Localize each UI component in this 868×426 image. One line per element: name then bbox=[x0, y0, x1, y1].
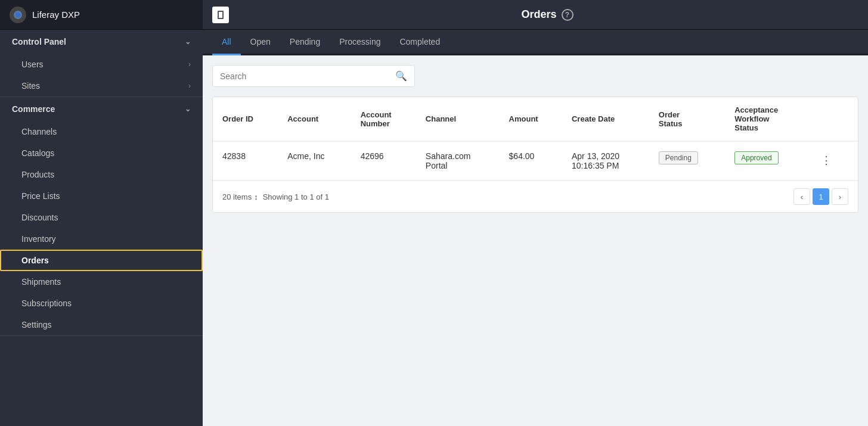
col-channel: Channel bbox=[416, 97, 500, 141]
toggle-icon bbox=[218, 11, 224, 19]
tab-pending[interactable]: Pending bbox=[280, 30, 330, 55]
tab-completed[interactable]: Completed bbox=[390, 30, 450, 55]
table-body: 42838 Acme, Inc 42696 Sahara.comPortal $… bbox=[213, 141, 858, 181]
sidebar-item-catalogs[interactable]: Catalogs bbox=[0, 142, 203, 164]
sidebar-item-channels[interactable]: Channels bbox=[0, 121, 203, 142]
pagination-controls: ‹ 1 › bbox=[793, 188, 848, 205]
page-title: Orders ? bbox=[521, 8, 573, 21]
next-page-button[interactable]: › bbox=[832, 188, 848, 205]
sidebar-item-subscriptions[interactable]: Subscriptions bbox=[0, 293, 203, 314]
sidebar-nav: Control Panel ⌄ Users › Sites › Commerce… bbox=[0, 30, 203, 426]
control-panel-header[interactable]: Control Panel ⌄ bbox=[0, 30, 203, 54]
order-status-badge: Pending bbox=[659, 151, 698, 164]
sidebar-item-discounts[interactable]: Discounts bbox=[0, 207, 203, 228]
items-sort-icon: ↕ bbox=[254, 192, 258, 201]
page-title-text: Orders bbox=[521, 8, 556, 21]
col-amount: Amount bbox=[500, 97, 562, 141]
pagination-bar: 20 items ↕ Showing 1 to 1 of 1 ‹ 1 › bbox=[213, 181, 858, 212]
control-panel-label: Control Panel bbox=[12, 37, 66, 46]
sidebar-item-price-lists[interactable]: Price Lists bbox=[0, 185, 203, 207]
search-icon: 🔍 bbox=[395, 70, 407, 82]
cell-workflow-status: Approved bbox=[725, 141, 807, 181]
content-area: 🔍 Order ID Account AccountNumber Channel… bbox=[203, 55, 868, 426]
cell-account: Acme, Inc bbox=[278, 141, 351, 181]
chevron-right-icon: › bbox=[188, 82, 191, 90]
main-content: Orders ? All Open Pending Processing Com… bbox=[203, 0, 868, 426]
sidebar-item-label: Discounts bbox=[21, 213, 58, 222]
items-count: 20 items bbox=[222, 192, 252, 201]
col-actions bbox=[807, 97, 858, 141]
cell-channel: Sahara.comPortal bbox=[416, 141, 500, 181]
chevron-down-icon: ⌄ bbox=[185, 38, 191, 46]
sidebar-item-label: Shipments bbox=[21, 277, 61, 287]
table-header: Order ID Account AccountNumber Channel A… bbox=[213, 97, 858, 141]
sidebar-item-label: Sites bbox=[21, 81, 40, 91]
sidebar-item-label: Products bbox=[21, 170, 54, 179]
table-row: 42838 Acme, Inc 42696 Sahara.comPortal $… bbox=[213, 141, 858, 181]
showing-text: Showing 1 to 1 of 1 bbox=[263, 192, 329, 201]
chevron-down-icon: ⌄ bbox=[185, 105, 191, 113]
search-bar: 🔍 bbox=[212, 65, 415, 87]
col-account: Account bbox=[278, 97, 351, 141]
tab-all[interactable]: All bbox=[212, 30, 241, 55]
items-per-page-selector[interactable]: 20 items ↕ bbox=[222, 192, 258, 201]
help-icon[interactable]: ? bbox=[562, 9, 574, 21]
sidebar-item-label: Subscriptions bbox=[21, 298, 72, 308]
col-create-date: Create Date bbox=[562, 97, 649, 141]
sidebar: Liferay DXP Control Panel ⌄ Users › Site… bbox=[0, 0, 203, 426]
sidebar-item-label: Catalogs bbox=[21, 148, 54, 158]
topbar: Orders ? bbox=[203, 0, 868, 30]
search-input[interactable] bbox=[220, 71, 390, 81]
sidebar-item-products[interactable]: Products bbox=[0, 164, 203, 185]
sidebar-item-label: Price Lists bbox=[21, 191, 60, 201]
sidebar-item-label: Channels bbox=[21, 127, 57, 136]
cell-order-status: Pending bbox=[649, 141, 725, 181]
cell-row-actions: ⋮ bbox=[807, 141, 858, 181]
cell-amount: $64.00 bbox=[500, 141, 562, 181]
sidebar-item-label: Settings bbox=[21, 320, 52, 329]
tab-open[interactable]: Open bbox=[241, 30, 280, 55]
tab-processing[interactable]: Processing bbox=[330, 30, 390, 55]
liferay-logo bbox=[10, 7, 26, 23]
sidebar-item-orders[interactable]: Orders bbox=[0, 250, 203, 271]
workflow-status-badge: Approved bbox=[734, 151, 778, 164]
orders-table: Order ID Account AccountNumber Channel A… bbox=[213, 97, 858, 181]
sidebar-item-shipments[interactable]: Shipments bbox=[0, 271, 203, 293]
cell-account-number: 42696 bbox=[351, 141, 416, 181]
pagination-info: 20 items ↕ Showing 1 to 1 of 1 bbox=[222, 192, 329, 201]
sidebar-item-label: Orders bbox=[21, 256, 49, 265]
cell-order-id: 42838 bbox=[213, 141, 278, 181]
sidebar-item-label: Inventory bbox=[21, 234, 56, 244]
col-order-id: Order ID bbox=[213, 97, 278, 141]
page-1-button[interactable]: 1 bbox=[813, 188, 829, 205]
sidebar-item-settings[interactable]: Settings bbox=[0, 314, 203, 335]
row-actions-button[interactable]: ⋮ bbox=[816, 151, 848, 169]
commerce-section: Commerce ⌄ Channels Catalogs Products Pr… bbox=[0, 97, 203, 336]
app-title: Liferay DXP bbox=[32, 10, 80, 20]
tabs-bar: All Open Pending Processing Completed bbox=[203, 30, 868, 55]
cell-create-date: Apr 13, 202010:16:35 PM bbox=[562, 141, 649, 181]
svg-point-1 bbox=[16, 13, 20, 17]
commerce-label: Commerce bbox=[12, 104, 55, 114]
sidebar-item-label: Users bbox=[21, 60, 44, 69]
prev-page-button[interactable]: ‹ bbox=[793, 188, 810, 205]
col-workflow-status: AcceptanceWorkflowStatus bbox=[725, 97, 807, 141]
commerce-header[interactable]: Commerce ⌄ bbox=[0, 97, 203, 121]
orders-table-container: Order ID Account AccountNumber Channel A… bbox=[212, 97, 858, 213]
chevron-right-icon: › bbox=[188, 60, 191, 69]
sidebar-header: Liferay DXP bbox=[0, 0, 203, 30]
sidebar-item-sites[interactable]: Sites › bbox=[0, 75, 203, 97]
sidebar-toggle-button[interactable] bbox=[212, 7, 229, 23]
sidebar-item-users[interactable]: Users › bbox=[0, 54, 203, 75]
col-account-number: AccountNumber bbox=[351, 97, 416, 141]
col-order-status: OrderStatus bbox=[649, 97, 725, 141]
sidebar-item-inventory[interactable]: Inventory bbox=[0, 228, 203, 250]
control-panel-section: Control Panel ⌄ Users › Sites › bbox=[0, 30, 203, 97]
